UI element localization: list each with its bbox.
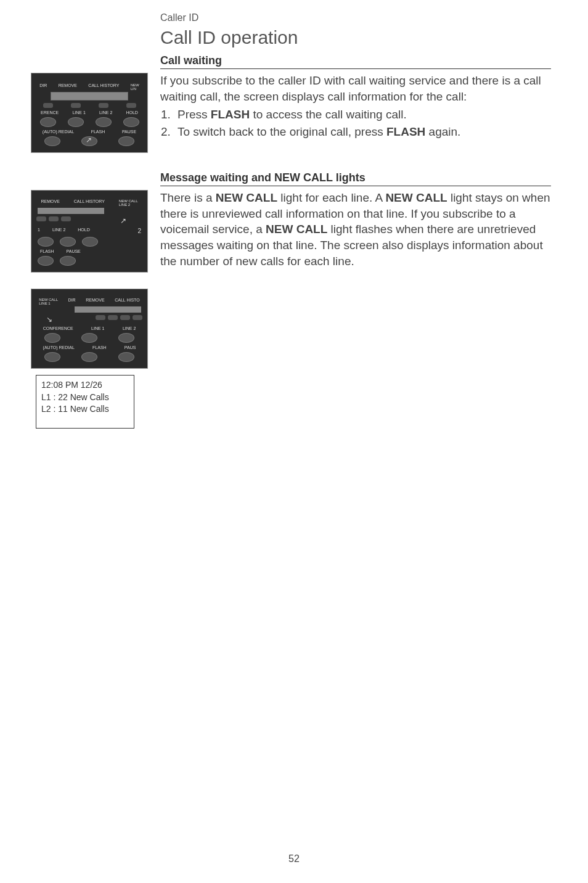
flash-btn: ↗ [81,136,97,146]
panel-label: ERENCE [41,110,59,115]
oval-btn [44,333,60,343]
panel-label: PAUS [125,345,136,350]
panel2a-row2: 1 LINE 2 HOLD 2 [34,228,145,234]
panel-label: CALL HISTORY [74,199,105,207]
lcd-strip [75,306,141,313]
panel1-row1: DIR REMOVE CALL HISTORY NEW LIN [34,83,145,91]
oval-btn-row [34,256,145,266]
panel-label: LINE 2 [99,110,112,115]
panel-label: FLASH [91,129,105,134]
rect-btn [49,216,59,221]
phone-panel-1: DIR REMOVE CALL HISTORY NEW LIN ERENCE L… [31,73,148,153]
panel-label: LINE 2 [52,228,65,234]
rect-btn [36,216,46,221]
phone-image-1: DIR REMOVE CALL HISTORY NEW LIN ERENCE L… [31,73,148,153]
panel-label: CALL HISTO [115,298,139,305]
panel-label: HOLD [78,228,89,234]
bold-text: NEW CALL [266,223,327,236]
oval-btn [40,117,56,127]
oval-btn [44,352,60,362]
section2-para: There is a NEW CALL light for each line.… [160,190,551,269]
step-1: Press FLASH to access the call waiting c… [174,107,551,123]
panel-label: LINE 1 [91,326,104,331]
panel-label: DIR [68,298,76,305]
rect-btn [96,315,105,320]
oval-btn [81,352,97,362]
oval-btn [123,117,139,127]
screen-line-2: L1 : 22 New Calls [41,392,129,404]
oval-btn [118,352,134,362]
panel-label: 2 [137,228,141,234]
panel2b-row1: NEW CALL LINE 1 DIR REMOVE CALL HISTO [34,298,145,305]
rect-btn [99,103,108,108]
rect-btn [133,315,142,320]
panel1-row2: ERENCE LINE 1 LINE 2 HOLD [34,110,145,115]
panel-label: NEW CALL LINE 2 [119,199,138,207]
rect-btn [108,315,118,320]
section1-text: If you subscribe to the caller ID with c… [160,73,551,141]
panel-label: LINE 2 [123,326,136,331]
step-2: To switch back to the original call, pre… [174,124,551,140]
oval-btn [118,136,134,146]
bold-text: NEW CALL [385,191,447,204]
bold-text: NEW CALL [216,191,277,204]
step1-post: to access the call waiting call. [250,108,407,121]
oval-btn [118,333,134,343]
page-title: Call ID operation [160,27,551,48]
section2-row: REMOVE CALL HISTORY NEW CALL LINE 2 ↗ 1 … [31,190,551,429]
oval-btn-row [34,333,145,343]
screen-line-1: 12:08 PM 12/26 [41,379,129,392]
oval-btn [60,256,76,266]
step2-pre: To switch back to the original call, pre… [178,125,386,138]
lcd-strip [38,208,104,214]
panel2b-row3: (AUTO) REDIAL FLASH PAUS [34,345,145,350]
oval-btn-row: ↗ [34,136,145,146]
panel-label: FLASH [40,249,54,253]
oval-btn [96,117,112,127]
oval-btn-row [34,237,145,247]
panel-label: FLASH [92,345,107,350]
panel-label: CONFERENCE [43,326,73,331]
lcd-strip [51,92,128,101]
oval-btn-row [34,117,145,127]
step2-post: again. [425,125,460,138]
oval-btn [38,256,54,266]
oval-btn [44,136,60,146]
panel-label: PAUSE [67,249,81,253]
rect-btn [71,103,81,108]
panel2b-row2: CONFERENCE LINE 1 LINE 2 [34,326,145,331]
screen-line-3: L2 : 11 New Calls [41,403,129,416]
panel-label: NEW CALL LINE 1 [39,298,58,305]
panel-label: (AUTO) REDIAL [43,345,75,350]
panel-label: LINE 1 [72,110,85,115]
subheading-call-waiting: Call waiting [160,54,551,69]
arrow-icon: ↗ [86,136,92,144]
arrow-icon: ↗ [120,216,126,225]
panel-label: CALL HISTORY [88,83,119,91]
oval-btn [82,237,98,247]
panel-label: NEW LIN [131,83,139,91]
section1-para: If you subscribe to the caller ID with c… [160,73,551,104]
rect-btn [43,103,53,108]
step1-bold: FLASH [211,108,250,121]
panel1-row3: (AUTO) REDIAL FLASH PAUSE [34,129,145,134]
phone-panel-2b: NEW CALL LINE 1 DIR REMOVE CALL HISTO ↘ … [31,289,148,369]
panel-label: HOLD [126,110,137,115]
rect-btn [126,103,136,108]
panel-label: 1 [38,228,40,234]
screen-display: 12:08 PM 12/26 L1 : 22 New Calls L2 : 11… [36,375,134,429]
phone-images-2: REMOVE CALL HISTORY NEW CALL LINE 2 ↗ 1 … [31,190,148,429]
section-label: Caller ID [160,12,551,23]
oval-btn [81,333,97,343]
section1-row: DIR REMOVE CALL HISTORY NEW LIN ERENCE L… [31,73,551,153]
panel-label: REMOVE [86,298,104,305]
panel-label: DIR [39,83,47,91]
oval-btn [68,117,84,127]
arrow-icon: ↘ [46,315,52,324]
oval-btn [60,237,76,247]
panel2a-row3: FLASH PAUSE [34,249,145,253]
oval-btn [38,237,54,247]
step2-bold: FLASH [386,125,425,138]
rect-btn [120,315,130,320]
rect-btn-row: ↘ [34,315,145,324]
